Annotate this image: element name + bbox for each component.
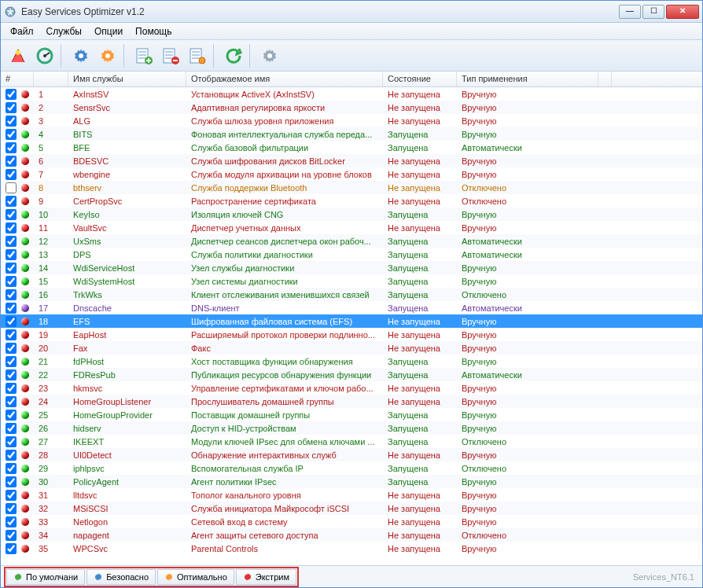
row-checkbox[interactable] (6, 249, 17, 260)
table-row[interactable]: 22FDResPubПубликация ресурсов обнаружени… (1, 368, 702, 381)
row-checkbox[interactable] (6, 303, 17, 314)
table-row[interactable]: 10KeyIsoИзоляция ключей CNGЗапущенаВручн… (1, 208, 702, 221)
table-row[interactable]: 9CertPropSvcРаспространение сертификатаН… (1, 194, 702, 208)
close-button[interactable]: ✕ (666, 5, 699, 19)
table-row[interactable]: 25HomeGroupProviderПоставщик домашней гр… (1, 408, 702, 421)
toolbar-gear-orange-button[interactable] (95, 43, 120, 68)
row-checkbox[interactable] (6, 423, 17, 434)
row-checkbox[interactable] (6, 343, 17, 354)
table-row[interactable]: 34napagentАгент защиты сетевого доступаН… (1, 528, 702, 542)
row-service-name: WdiSystemHost (68, 277, 186, 286)
table-row[interactable]: 26hidservДоступ к HID-устройствамЗапущен… (1, 421, 702, 435)
row-checkbox[interactable] (6, 516, 17, 527)
table-row[interactable]: 32MSiSCSIСлужба инициатора Майкрософт iS… (1, 502, 702, 515)
table-row[interactable]: 2SensrSvcАдаптивная регулировка яркостиН… (1, 101, 702, 114)
table-row[interactable]: 35WPCSvcParental ControlsНе запущенаВруч… (1, 542, 702, 555)
row-checkbox[interactable] (6, 316, 17, 327)
table-row[interactable]: 31lltdsvcТополог канального уровняНе зап… (1, 488, 702, 502)
table-row[interactable]: 3ALGСлужба шлюза уровня приложенияНе зап… (1, 114, 702, 127)
row-checkbox[interactable] (6, 450, 17, 461)
table-row[interactable]: 27IKEEXTМодули ключей IPsec для обмена к… (1, 435, 702, 448)
row-checkbox[interactable] (6, 503, 17, 514)
row-checkbox[interactable] (6, 116, 17, 127)
table-row[interactable]: 28UI0DetectОбнаружение интерактивных слу… (1, 448, 702, 461)
table-row[interactable]: 14WdiServiceHostУзел службы диагностикиЗ… (1, 261, 702, 274)
menu-services[interactable]: Службы (40, 24, 88, 39)
row-checkbox[interactable] (6, 236, 17, 247)
toolbar-gear-blue-button[interactable] (68, 43, 94, 68)
tab-default[interactable]: По умолчани (6, 569, 85, 585)
row-checkbox[interactable] (6, 490, 17, 501)
menu-file[interactable]: Файл (4, 24, 40, 39)
toolbar-refresh-button[interactable] (221, 43, 246, 68)
row-checkbox[interactable] (6, 89, 17, 100)
col-name[interactable]: Имя службы (68, 72, 186, 86)
table-row[interactable]: 11VaultSvcДиспетчер учетных данныхНе зап… (1, 221, 702, 234)
row-checkbox[interactable] (6, 396, 17, 407)
menu-help[interactable]: Помощь (129, 24, 178, 39)
table-row[interactable]: 20FaxФаксНе запущенаВручную (1, 341, 702, 355)
row-checkbox[interactable] (6, 543, 17, 554)
service-list[interactable]: 1AxInstSVУстановщик ActiveX (AxInstSV)Не… (1, 87, 702, 565)
table-row[interactable]: 16TrkWksКлиент отслеживания изменившихся… (1, 288, 702, 301)
row-checkbox[interactable] (6, 463, 17, 474)
row-checkbox[interactable] (6, 356, 17, 367)
table-row[interactable]: 1AxInstSVУстановщик ActiveX (AxInstSV)Не… (1, 87, 702, 101)
row-checkbox[interactable] (6, 263, 17, 274)
titlebar[interactable]: Easy Services Optimizer v1.2 — ☐ ✕ (1, 1, 702, 23)
table-row[interactable]: 13DPSСлужба политики диагностикиЗапущена… (1, 248, 702, 261)
table-row[interactable]: 33NetlogonСетевой вход в системуНе запущ… (1, 515, 702, 528)
row-checkbox[interactable] (6, 436, 17, 447)
toolbar-list-add-button[interactable] (131, 43, 156, 68)
row-checkbox[interactable] (6, 530, 17, 541)
toolbar-settings-button[interactable] (257, 43, 282, 68)
row-checkbox[interactable] (6, 102, 17, 113)
row-checkbox[interactable] (6, 410, 17, 421)
toolbar-gauge-button[interactable] (32, 43, 57, 68)
table-row[interactable]: 12UxSmsДиспетчер сеансов диспетчера окон… (1, 234, 702, 248)
table-row[interactable]: 21fdPHostХост поставщика функции обнаруж… (1, 355, 702, 368)
toolbar-optimize-button[interactable] (6, 43, 31, 68)
row-checkbox[interactable] (6, 222, 17, 233)
row-checkbox[interactable] (6, 182, 17, 193)
table-row[interactable]: 23hkmsvcУправление сертификатами и ключо… (1, 381, 702, 395)
row-checkbox[interactable] (6, 156, 17, 167)
table-row[interactable]: 30PolicyAgentАгент политики IPsecЗапущен… (1, 475, 702, 488)
maximize-button[interactable]: ☐ (642, 5, 664, 19)
row-checkbox[interactable] (6, 276, 17, 287)
col-display[interactable]: Отображаемое имя (186, 72, 383, 86)
row-checkbox[interactable] (6, 369, 17, 380)
minimize-button[interactable]: — (619, 5, 641, 19)
table-row[interactable]: 7wbengineСлужба модуля архивации на уров… (1, 167, 702, 181)
table-row[interactable]: 19EapHostРасширяемый протокол проверки п… (1, 328, 702, 341)
col-state[interactable]: Состояние (383, 72, 457, 86)
row-checkbox[interactable] (6, 383, 17, 394)
table-row[interactable]: 24HomeGroupListenerПрослушиватель домашн… (1, 395, 702, 408)
tab-optimal[interactable]: Оптимально (157, 569, 234, 585)
toolbar-list-settings-button[interactable] (185, 43, 210, 68)
toolbar-list-remove-button[interactable] (158, 43, 183, 68)
col-num[interactable]: # (1, 72, 34, 86)
col-startup[interactable]: Тип применения (457, 72, 598, 86)
table-row[interactable]: 15WdiSystemHostУзел системы диагностикиЗ… (1, 274, 702, 288)
table-row[interactable]: 29iphlpsvcВспомогательная служба IPЗапущ… (1, 461, 702, 475)
row-checkbox[interactable] (6, 129, 17, 140)
table-row[interactable]: 17DnscacheDNS-клиентЗапущенаАвтоматическ… (1, 301, 702, 314)
row-checkbox[interactable] (6, 476, 17, 487)
table-row[interactable]: 8bthservСлужба поддержки BluetoothНе зап… (1, 181, 702, 194)
table-row[interactable]: 4BITSФоновая интеллектуальная служба пер… (1, 127, 702, 141)
row-startup: Вручную (457, 170, 598, 179)
menu-options[interactable]: Опции (88, 24, 129, 39)
table-row[interactable]: 6BDESVCСлужба шифрования дисков BitLocke… (1, 154, 702, 167)
row-display-name: Диспетчер учетных данных (186, 223, 383, 233)
tab-extreme[interactable]: Экстрим (236, 569, 296, 585)
row-checkbox[interactable] (6, 196, 17, 207)
row-checkbox[interactable] (6, 289, 17, 300)
row-checkbox[interactable] (6, 209, 17, 220)
row-checkbox[interactable] (6, 142, 17, 153)
row-checkbox[interactable] (6, 169, 17, 180)
tab-safe[interactable]: Безопасно (86, 569, 156, 585)
table-row[interactable]: 5BFEСлужба базовой фильтрацииЗапущенаАвт… (1, 141, 702, 154)
table-row[interactable]: 18EFSШифрованная файловая система (EFS)Н… (1, 314, 702, 328)
row-checkbox[interactable] (6, 329, 17, 340)
